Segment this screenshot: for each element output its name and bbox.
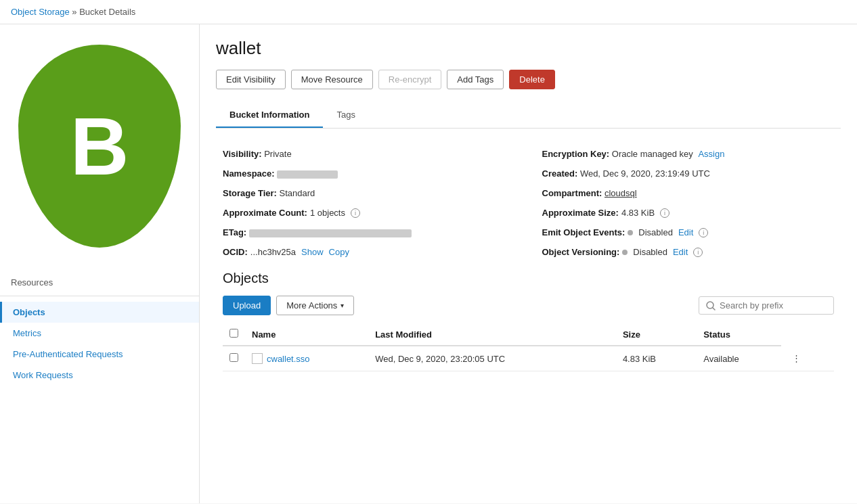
created-value: Wed, Dec 9, 2020, 23:19:49 UTC	[580, 168, 710, 179]
page-title: wallet	[216, 38, 841, 59]
assign-link[interactable]: Assign	[698, 149, 724, 159]
info-versioning: Object Versioning: Disabled Edit i	[542, 247, 835, 257]
table-header-select-all	[223, 323, 245, 346]
sidebar-item-pre-auth[interactable]: Pre-Authenticated Requests	[0, 344, 199, 365]
info-approx-size: Approximate Size: 4.83 KiB i	[542, 208, 835, 218]
approx-size-value: 4.83 KiB	[621, 208, 655, 218]
upload-button[interactable]: Upload	[223, 296, 271, 315]
versioning-dot	[622, 250, 628, 255]
search-icon	[706, 301, 716, 311]
info-storage-tier: Storage Tier: Standard	[223, 188, 515, 198]
table-header-size[interactable]: Size	[616, 323, 697, 346]
versioning-info-icon: i	[693, 248, 703, 257]
row-checkbox[interactable]	[229, 353, 238, 362]
bucket-icon-container: B	[0, 24, 199, 261]
move-resource-button[interactable]: Move Resource	[291, 70, 373, 89]
compartment-value[interactable]: cloudsql	[605, 188, 637, 198]
info-etag: ETag:	[223, 227, 515, 237]
row-status-cell: Available	[697, 346, 781, 371]
sidebar-resources: Resources Objects Metrics Pre-Authentica…	[0, 261, 199, 396]
search-box	[699, 296, 834, 315]
info-namespace: Namespace:	[223, 168, 515, 179]
info-encryption-key: Encryption Key: Oracle managed key Assig…	[542, 149, 835, 159]
approx-size-info-icon: i	[660, 208, 669, 218]
breadcrumb-current: Bucket Details	[79, 7, 135, 17]
info-visibility: Visibility: Private	[223, 149, 515, 159]
sidebar: B Resources Objects Metrics Pre-Authenti…	[0, 24, 200, 503]
row-actions-cell: ⋮	[781, 346, 834, 371]
row-name-cell: cwallet.sso	[245, 346, 368, 371]
table-row: cwallet.sso Wed, Dec 9, 2020, 23:20:05 U…	[223, 346, 834, 371]
bucket-information-panel: Visibility: Private Encryption Key: Orac…	[216, 142, 841, 271]
svg-line-1	[713, 308, 715, 310]
tab-tags[interactable]: Tags	[323, 103, 368, 128]
objects-title: Objects	[223, 271, 834, 286]
row-actions-menu[interactable]: ⋮	[788, 350, 805, 366]
delete-button[interactable]: Delete	[509, 70, 555, 89]
emit-events-info-icon: i	[699, 228, 708, 237]
row-checkbox-cell	[223, 346, 245, 371]
resources-title: Resources	[0, 272, 199, 293]
storage-tier-value: Standard	[280, 188, 315, 198]
encryption-key-value: Oracle managed key	[612, 149, 693, 159]
objects-section: Objects Upload More Actions ▾	[216, 271, 841, 371]
info-approx-count: Approximate Count: 1 objects i	[223, 208, 515, 218]
info-created: Created: Wed, Dec 9, 2020, 23:19:49 UTC	[542, 168, 835, 179]
ocid-copy-link[interactable]: Copy	[329, 247, 349, 257]
info-compartment: Compartment: cloudsql	[542, 188, 835, 198]
ocid-short-value: ...hc3hv25a	[250, 247, 296, 257]
breadcrumb-link[interactable]: Object Storage	[11, 7, 70, 17]
visibility-value: Private	[264, 149, 291, 159]
ocid-show-link[interactable]: Show	[301, 247, 324, 257]
tab-bucket-information[interactable]: Bucket Information	[216, 103, 323, 128]
sidebar-item-work-requests[interactable]: Work Requests	[0, 365, 199, 386]
emit-events-edit-link[interactable]: Edit	[678, 227, 693, 237]
bucket-letter: B	[70, 99, 129, 193]
approx-count-value: 1 objects	[310, 208, 345, 218]
edit-visibility-button[interactable]: Edit Visibility	[216, 70, 286, 89]
add-tags-button[interactable]: Add Tags	[447, 70, 504, 89]
emit-events-value: Disabled	[638, 227, 673, 237]
main-content: wallet Edit Visibility Move Resource Re-…	[200, 24, 857, 503]
more-actions-arrow-icon: ▾	[340, 302, 344, 309]
table-header-row: Name Last Modified Size Status	[223, 323, 834, 346]
objects-table: Name Last Modified Size Status	[223, 323, 834, 371]
sidebar-divider	[0, 296, 199, 296]
sidebar-item-metrics[interactable]: Metrics	[0, 323, 199, 344]
info-emit-events: Emit Object Events: Disabled Edit i	[542, 227, 835, 237]
search-input[interactable]	[720, 300, 827, 311]
re-encrypt-button[interactable]: Re-encrypt	[378, 70, 442, 89]
breadcrumb: Object Storage » Bucket Details	[0, 0, 857, 24]
table-header-name[interactable]: Name	[245, 323, 368, 346]
objects-toolbar: Upload More Actions ▾	[223, 296, 834, 315]
action-bar: Edit Visibility Move Resource Re-encrypt…	[216, 70, 841, 89]
more-actions-button[interactable]: More Actions ▾	[276, 296, 354, 315]
table-header-last-modified[interactable]: Last Modified	[368, 323, 616, 346]
approx-count-info-icon: i	[351, 208, 360, 218]
versioning-value: Disabled	[633, 247, 667, 257]
file-icon	[252, 353, 263, 364]
versioning-edit-link[interactable]: Edit	[673, 247, 688, 257]
breadcrumb-separator: »	[72, 7, 76, 17]
emit-events-dot	[628, 230, 633, 235]
select-all-checkbox[interactable]	[229, 329, 238, 338]
row-size-cell: 4.83 KiB	[616, 346, 697, 371]
table-header-status[interactable]: Status	[697, 323, 781, 346]
info-ocid: OCID: ...hc3hv25a Show Copy	[223, 247, 515, 257]
row-last-modified-cell: Wed, Dec 9, 2020, 23:20:05 UTC	[368, 346, 616, 371]
tabs-container: Bucket Information Tags	[216, 103, 841, 129]
namespace-redacted	[277, 170, 338, 179]
bucket-avatar: B	[18, 45, 181, 248]
sidebar-item-objects[interactable]: Objects	[0, 302, 199, 323]
etag-redacted	[249, 229, 412, 237]
file-name-link[interactable]: cwallet.sso	[267, 354, 310, 364]
